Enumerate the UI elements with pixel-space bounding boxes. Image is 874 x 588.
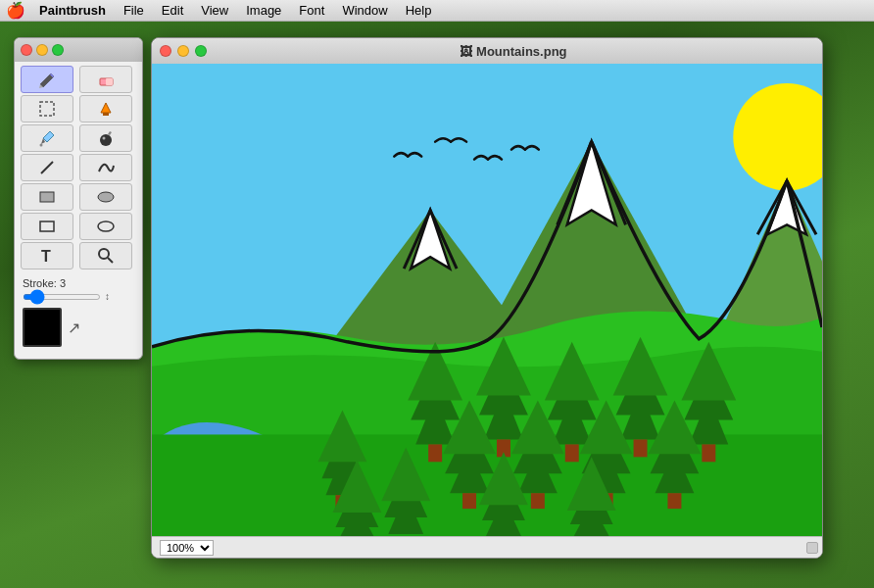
- svg-point-9: [98, 192, 114, 202]
- menubar-app[interactable]: Paintbrush: [31, 1, 114, 20]
- svg-rect-53: [667, 493, 681, 509]
- svg-rect-1: [106, 78, 113, 85]
- menubar: 🍎 Paintbrush File Edit View Image Font W…: [0, 0, 874, 22]
- svg-text:T: T: [41, 248, 51, 265]
- eraser-tool[interactable]: [79, 66, 132, 93]
- filled-oval-tool[interactable]: [79, 183, 132, 211]
- svg-point-4: [40, 144, 43, 147]
- menubar-help[interactable]: Help: [398, 1, 440, 20]
- svg-rect-8: [40, 192, 54, 202]
- paint-title: 🖼 Mountains.png: [213, 44, 814, 59]
- paint-bucket-tool[interactable]: [79, 95, 132, 122]
- svg-rect-21: [428, 444, 442, 462]
- painting-canvas[interactable]: [152, 64, 822, 536]
- paint-min-button[interactable]: [177, 45, 189, 57]
- svg-point-13: [99, 249, 109, 259]
- menubar-file[interactable]: File: [116, 1, 152, 20]
- color-arrow-icon[interactable]: ↗: [68, 318, 80, 337]
- menubar-image[interactable]: Image: [238, 1, 289, 20]
- stroke-label: Stroke: 3: [23, 277, 134, 289]
- stroke-slider[interactable]: [23, 294, 101, 300]
- menubar-view[interactable]: View: [193, 1, 236, 20]
- menubar-window[interactable]: Window: [334, 1, 395, 20]
- svg-line-14: [108, 258, 113, 263]
- svg-rect-3: [103, 113, 109, 116]
- toolbox-titlebar: [15, 38, 142, 62]
- toolbox-max-button[interactable]: [52, 44, 64, 56]
- stroke-arrow-icon: ↕: [105, 291, 110, 302]
- svg-rect-2: [40, 102, 54, 116]
- svg-rect-10: [40, 221, 54, 231]
- line-tool[interactable]: [21, 154, 73, 181]
- svg-point-11: [98, 221, 114, 231]
- text-tool[interactable]: T: [21, 242, 73, 270]
- menubar-edit[interactable]: Edit: [154, 1, 191, 20]
- selection-tool[interactable]: [21, 95, 73, 122]
- paint-max-button[interactable]: [195, 45, 207, 57]
- curve-tool[interactable]: [79, 154, 132, 181]
- bomb-tool[interactable]: [79, 124, 132, 152]
- menubar-font[interactable]: Font: [291, 1, 332, 20]
- svg-point-5: [100, 134, 112, 146]
- eyedropper-tool[interactable]: [21, 124, 73, 152]
- toolbox-close-button[interactable]: [21, 44, 32, 56]
- paint-canvas-area[interactable]: [152, 64, 822, 536]
- toolbox: T Stroke: 3 ↕ ↗: [14, 37, 143, 360]
- svg-rect-37: [702, 444, 715, 462]
- paint-title-icon: 🖼: [460, 44, 476, 59]
- svg-point-6: [103, 137, 106, 140]
- svg-rect-41: [462, 493, 476, 509]
- paint-title-text: Mountains.png: [476, 44, 566, 59]
- svg-rect-45: [531, 493, 545, 509]
- magnifier-tool[interactable]: [79, 242, 132, 270]
- pencil-tool[interactable]: [21, 66, 73, 93]
- paint-window: 🖼 Mountains.png: [151, 37, 823, 559]
- paint-close-button[interactable]: [160, 45, 171, 57]
- zoom-select[interactable]: 25% 50% 75% 100% 150% 200%: [160, 540, 214, 556]
- scroll-handle: [806, 542, 818, 554]
- svg-line-7: [41, 162, 53, 173]
- oval-tool[interactable]: [79, 213, 132, 240]
- paint-titlebar: 🖼 Mountains.png: [152, 38, 822, 64]
- stroke-section: Stroke: 3 ↕: [15, 273, 142, 304]
- paint-bottom-bar: 25% 50% 75% 100% 150% 200%: [152, 536, 822, 558]
- rect-tool[interactable]: [21, 213, 73, 240]
- svg-rect-29: [565, 444, 579, 462]
- apple-menu[interactable]: 🍎: [8, 3, 24, 19]
- toolbox-min-button[interactable]: [36, 44, 48, 56]
- tool-grid: T: [15, 62, 142, 273]
- filled-rect-tool[interactable]: [21, 183, 73, 211]
- svg-rect-33: [634, 439, 648, 457]
- color-section: ↗: [15, 304, 142, 351]
- color-swatch[interactable]: [23, 308, 62, 347]
